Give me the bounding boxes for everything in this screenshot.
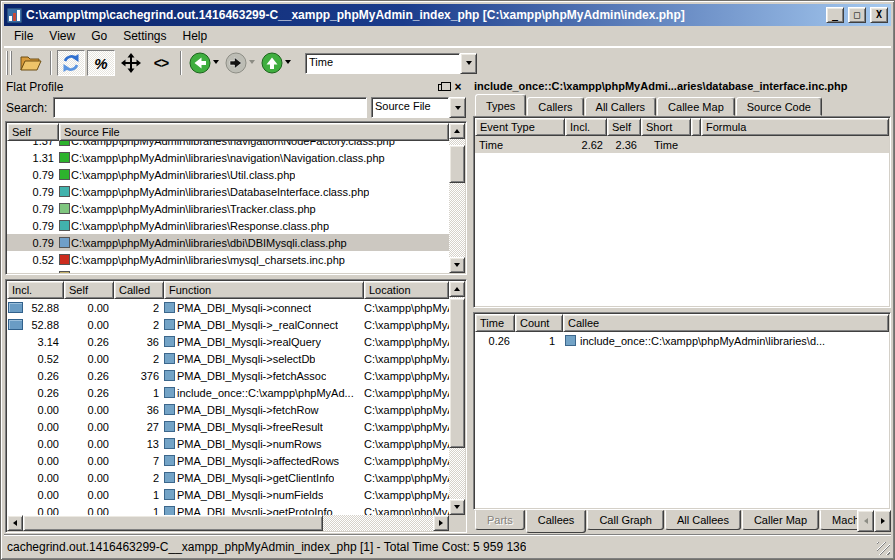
source-file-row[interactable]: 1.37 C:\xampp\phpMyAdmin\libraries\navig… xyxy=(7,141,449,149)
event-type-combo[interactable]: Time xyxy=(305,53,477,74)
menu-item[interactable]: File xyxy=(6,27,41,45)
source-file-path: C:\xampp\phpMyAdmin\libraries\navigation… xyxy=(71,152,385,164)
function-row[interactable]: 0.00 0.00 1 PMA_DBI_Mysqli->numFields C:… xyxy=(7,486,449,503)
title-bar[interactable]: C:\xampp\tmp\cachegrind.out.1416463299-C… xyxy=(4,4,891,26)
source-list-vscrollbar[interactable] xyxy=(449,123,465,273)
column-header-spacer[interactable] xyxy=(691,118,701,136)
scroll-thumb[interactable] xyxy=(23,515,323,531)
function-row[interactable]: 0.00 0.00 13 PMA_DBI_Mysqli->numRows C:\… xyxy=(7,435,449,452)
bottom-tab[interactable]: Callees xyxy=(526,510,587,533)
menu-item[interactable]: Help xyxy=(175,27,216,45)
column-header-time[interactable]: Time xyxy=(475,314,515,332)
function-table-hscrollbar[interactable] xyxy=(7,515,449,531)
function-row[interactable]: 0.26 0.26 1 include_once::C:\xampp\phpMy… xyxy=(7,384,449,401)
bottom-tab[interactable]: Parts xyxy=(475,510,525,530)
dock-header[interactable]: Flat Profile × xyxy=(4,78,468,96)
scroll-thumb[interactable] xyxy=(449,298,465,448)
column-header-formula[interactable]: Formula xyxy=(701,118,889,136)
detail-tab[interactable]: All Callers xyxy=(585,97,657,116)
grouping-combo[interactable]: Source File xyxy=(371,97,466,118)
column-header-self[interactable]: Self xyxy=(607,118,641,136)
incl-cell: 0.00 xyxy=(7,455,64,467)
column-header-called[interactable]: Called xyxy=(114,281,164,299)
column-header-callee[interactable]: Callee xyxy=(563,314,889,332)
self-cost-value: 1.31 xyxy=(7,152,59,164)
column-header-self[interactable]: Self xyxy=(7,123,59,141)
relative-cost-button[interactable] xyxy=(117,50,145,76)
combo-dropdown-button[interactable] xyxy=(460,53,477,74)
function-row[interactable]: 0.00 0.00 2 PMA_DBI_Mysqli->getClientInf… xyxy=(7,469,449,486)
scroll-thumb[interactable] xyxy=(449,145,465,183)
column-header-incl[interactable]: Incl. xyxy=(565,118,607,136)
detail-tab[interactable]: Callee Map xyxy=(657,97,735,116)
up-dropdown-icon[interactable] xyxy=(285,60,291,67)
minimize-button[interactable]: _ xyxy=(826,7,844,23)
column-header-incl[interactable]: Incl. xyxy=(7,281,64,299)
scroll-down-button[interactable] xyxy=(449,257,465,273)
tab-scroll-right-button[interactable] xyxy=(874,510,891,532)
close-button[interactable]: X xyxy=(870,7,888,23)
scroll-down-button[interactable] xyxy=(449,499,465,515)
function-row[interactable]: 52.88 0.00 2 PMA_DBI_Mysqli->_realConnec… xyxy=(7,316,449,333)
function-row[interactable]: 0.26 0.26 376 PMA_DBI_Mysqli->fetchAssoc… xyxy=(7,367,449,384)
combo-dropdown-button[interactable] xyxy=(449,97,466,118)
scroll-up-button[interactable] xyxy=(449,123,465,139)
refresh-button[interactable] xyxy=(57,50,85,76)
detail-tab[interactable]: Source Code xyxy=(736,97,822,116)
function-row[interactable]: 52.88 0.00 2 PMA_DBI_Mysqli->connect C:\… xyxy=(7,299,449,316)
chevron-down-icon xyxy=(455,106,461,113)
source-file-row[interactable]: 0.79 C:\xampp\phpMyAdmin\libraries\dbi\D… xyxy=(7,234,449,251)
percent-toggle-button[interactable]: % xyxy=(87,50,115,76)
detail-tab[interactable]: Callers xyxy=(527,97,583,116)
main-area: Flat Profile × Search: Source File Self … xyxy=(4,78,891,534)
menu-item[interactable]: View xyxy=(41,27,83,45)
search-input[interactable] xyxy=(53,97,367,118)
column-header-self[interactable]: Self xyxy=(64,281,114,299)
up-button[interactable] xyxy=(259,50,293,76)
called-cell: 2 xyxy=(114,302,164,314)
bottom-tab[interactable]: All Callees xyxy=(665,510,741,530)
callee-row[interactable]: 0.26 1 include_once::C:\xampp\phpMyAdmin… xyxy=(475,332,889,349)
column-header-function[interactable]: Function xyxy=(164,281,364,299)
source-file-row[interactable]: 1.31 C:\xampp\phpMyAdmin\libraries\navig… xyxy=(7,149,449,166)
back-dropdown-icon[interactable] xyxy=(213,60,219,67)
function-table-vscrollbar[interactable] xyxy=(449,281,465,515)
dock-float-button[interactable] xyxy=(434,80,450,94)
toolbar-handle[interactable] xyxy=(6,51,13,75)
column-header-count[interactable]: Count xyxy=(515,314,563,332)
bottom-tab[interactable]: Call Graph xyxy=(587,510,664,530)
source-file-row[interactable]: 0.52 C:\xampp\phpMyAdmin\libraries\user_… xyxy=(7,268,449,273)
bottom-tabs-strip: Parts Callees Call Graph All Callees Cal… xyxy=(475,510,878,533)
source-file-row[interactable]: 0.79 C:\xampp\phpMyAdmin\libraries\Util.… xyxy=(7,166,449,183)
function-row[interactable]: 0.00 0.00 1 PMA_DBI_Mysqli->getProtoInfo… xyxy=(7,503,449,515)
scroll-left-button[interactable] xyxy=(7,515,23,531)
event-type-row[interactable]: Time 2.62 2.36 Time xyxy=(475,136,889,153)
source-file-row[interactable]: 0.79 C:\xampp\phpMyAdmin\libraries\Respo… xyxy=(7,217,449,234)
scroll-right-button[interactable] xyxy=(433,515,449,531)
function-row[interactable]: 3.14 0.26 36 PMA_DBI_Mysqli->realQuery C… xyxy=(7,333,449,350)
column-header-short[interactable]: Short xyxy=(641,118,691,136)
source-file-row[interactable]: 0.79 C:\xampp\phpMyAdmin\libraries\Track… xyxy=(7,200,449,217)
column-header-location[interactable]: Location xyxy=(364,281,449,299)
function-row[interactable]: 0.52 0.00 2 PMA_DBI_Mysqli->selectDb C:\… xyxy=(7,350,449,367)
bottom-tab[interactable]: Caller Map xyxy=(742,510,819,530)
function-row[interactable]: 0.00 0.00 36 PMA_DBI_Mysqli->fetchRow C:… xyxy=(7,401,449,418)
function-icon xyxy=(164,472,175,483)
dock-close-button[interactable]: × xyxy=(450,80,466,94)
column-header-source-file[interactable]: Source File xyxy=(59,123,449,141)
detail-tab[interactable]: Types xyxy=(475,94,526,116)
source-file-row[interactable]: 0.79 C:\xampp\phpMyAdmin\libraries\Datab… xyxy=(7,183,449,200)
column-header-event-type[interactable]: Event Type xyxy=(475,118,565,136)
function-row[interactable]: 0.00 0.00 7 PMA_DBI_Mysqli->affectedRows… xyxy=(7,452,449,469)
scroll-up-button[interactable] xyxy=(449,281,465,297)
cycle-detection-button[interactable]: <> xyxy=(147,50,175,76)
source-file-row[interactable]: 0.52 C:\xampp\phpMyAdmin\libraries\mysql… xyxy=(7,251,449,268)
open-file-button[interactable] xyxy=(17,50,45,76)
menu-item[interactable]: Go xyxy=(83,27,115,45)
resize-grip[interactable] xyxy=(877,542,890,555)
back-button[interactable] xyxy=(187,50,221,76)
maximize-button[interactable]: □ xyxy=(848,7,866,23)
menu-item[interactable]: Settings xyxy=(115,27,174,45)
function-row[interactable]: 0.00 0.00 27 PMA_DBI_Mysqli->freeResult … xyxy=(7,418,449,435)
arrow-left-icon xyxy=(861,518,868,524)
